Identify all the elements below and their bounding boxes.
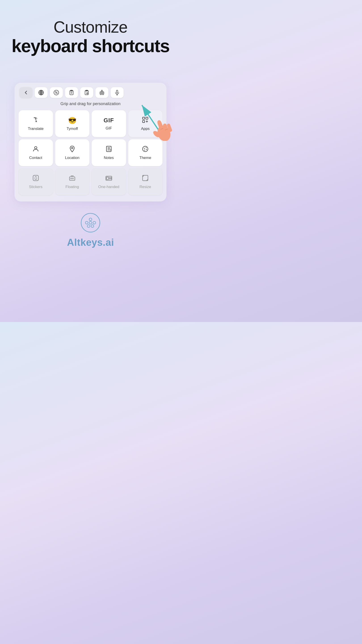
notes-icon <box>105 145 112 154</box>
grid-item-one-handed[interactable]: One-handed <box>92 168 126 195</box>
tymoff-label: Tymoff <box>67 126 78 131</box>
grid-item-floating[interactable]: Floating <box>55 168 90 195</box>
svg-point-6 <box>55 92 56 92</box>
stickers-icon <box>32 174 39 182</box>
floating-label: Floating <box>65 185 79 189</box>
clipboard-share-button[interactable] <box>80 87 93 98</box>
location-icon <box>69 145 76 154</box>
svg-point-7 <box>57 93 57 94</box>
svg-rect-42 <box>69 177 75 180</box>
apps-icon <box>142 116 149 124</box>
location-label: Location <box>65 156 79 160</box>
contact-icon <box>32 145 39 154</box>
grid-item-gif[interactable]: GIF GIF <box>92 110 126 137</box>
notes-label: Notes <box>104 156 114 160</box>
tymoff-icon: 😎 <box>68 116 76 124</box>
svg-line-63 <box>165 129 168 130</box>
one-handed-label: One-handed <box>98 185 119 189</box>
grid-item-location[interactable]: Location <box>55 139 90 166</box>
svg-rect-48 <box>106 176 112 180</box>
translate-label: Translate <box>28 126 43 131</box>
svg-rect-25 <box>143 117 145 119</box>
header-title-light: Customize <box>0 18 181 36</box>
robot-button[interactable] <box>95 87 108 98</box>
svg-text:G: G <box>36 118 37 120</box>
grid-item-translate[interactable]: G Translate <box>18 110 53 137</box>
svg-point-67 <box>93 222 96 224</box>
svg-rect-60 <box>167 123 173 132</box>
svg-point-66 <box>89 222 92 224</box>
svg-point-35 <box>144 148 145 149</box>
svg-point-16 <box>101 92 102 94</box>
svg-point-36 <box>146 147 147 148</box>
theme-label: Theme <box>139 156 151 160</box>
svg-point-64 <box>81 213 100 232</box>
apps-label: Apps <box>141 126 150 131</box>
altkeys-logo-icon <box>80 213 100 233</box>
coupon-button[interactable] <box>50 87 63 98</box>
toolbar-row <box>18 87 162 98</box>
gif-label: GIF <box>106 126 112 130</box>
grid-item-apps[interactable]: Apps <box>128 110 163 137</box>
svg-point-69 <box>91 225 94 228</box>
svg-point-37 <box>146 149 147 150</box>
theme-icon <box>142 145 149 154</box>
svg-rect-26 <box>146 117 148 119</box>
svg-rect-59 <box>163 123 169 133</box>
svg-point-41 <box>36 178 37 178</box>
svg-point-29 <box>71 147 73 149</box>
grid-item-tymoff[interactable]: 😎 Tymoff <box>55 110 90 137</box>
drag-hint: Grip and drag for personalization <box>18 102 162 106</box>
svg-point-28 <box>34 146 37 149</box>
floating-icon <box>69 174 76 182</box>
svg-rect-21 <box>116 90 118 93</box>
microphone-button[interactable] <box>111 87 124 98</box>
header-title-bold: keyboard shortcuts <box>0 36 181 56</box>
resize-icon <box>142 174 149 182</box>
svg-point-68 <box>87 225 90 228</box>
svg-point-17 <box>102 92 103 94</box>
grid-item-theme[interactable]: Theme <box>128 139 163 166</box>
svg-point-38 <box>144 150 145 150</box>
keyboard-card: Grip and drag for personalization G Tran… <box>14 83 166 202</box>
brand-name: Altkeys.ai <box>67 237 114 248</box>
stickers-label: Stickers <box>29 185 42 189</box>
back-button[interactable] <box>19 87 32 98</box>
svg-rect-18 <box>101 90 102 92</box>
svg-point-34 <box>143 146 148 152</box>
grid-item-resize[interactable]: Resize <box>128 168 163 195</box>
resize-label: Resize <box>139 185 151 189</box>
bottom-section: Altkeys.ai <box>67 213 114 248</box>
shortcut-grid: G Translate 😎 Tymoff GIF GIF <box>18 110 162 195</box>
grid-item-contact[interactable]: Contact <box>18 139 53 166</box>
svg-rect-39 <box>33 175 38 181</box>
translate-icon: G <box>32 116 39 124</box>
svg-point-65 <box>85 222 88 224</box>
gif-icon: GIF <box>104 117 114 124</box>
svg-point-40 <box>34 178 35 178</box>
one-handed-icon <box>105 174 112 182</box>
svg-point-70 <box>89 218 92 221</box>
globe-button[interactable] <box>35 87 48 98</box>
grid-item-notes[interactable]: Notes <box>92 139 126 166</box>
svg-rect-49 <box>106 177 108 180</box>
header-section: Customize keyboard shortcuts <box>0 18 181 56</box>
clipboard-button[interactable] <box>65 87 78 98</box>
svg-rect-47 <box>71 176 74 176</box>
grid-item-stickers[interactable]: Stickers <box>18 168 53 195</box>
contact-label: Contact <box>29 156 42 160</box>
svg-rect-27 <box>143 120 145 122</box>
